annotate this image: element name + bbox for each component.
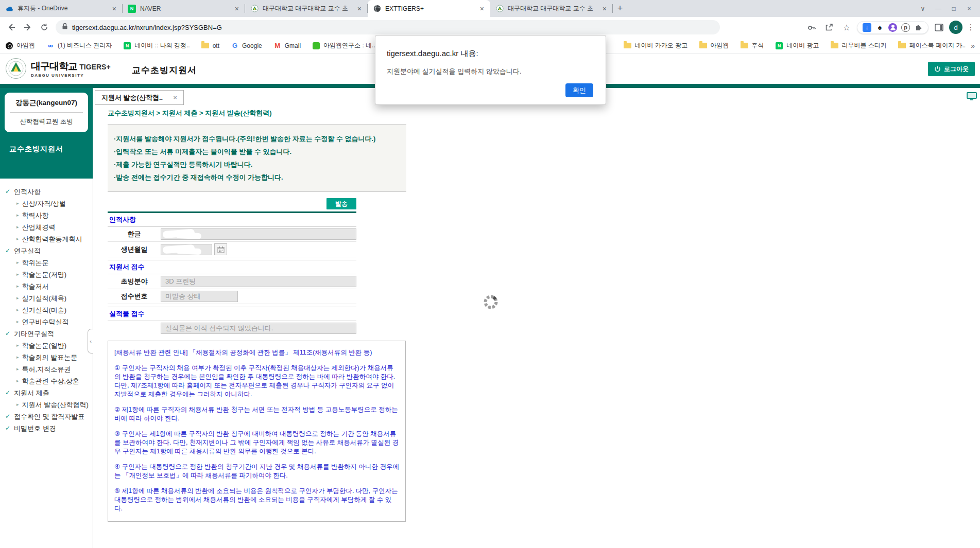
tab-separator xyxy=(612,4,613,13)
sidebar-item-label: 비밀번호 변경 xyxy=(14,422,56,434)
pinterest-extension-icon[interactable]: p xyxy=(901,23,910,32)
receipt-number-value[interactable]: 미발송 상태 xyxy=(161,291,238,302)
document-tab-close-icon[interactable]: × xyxy=(173,94,177,101)
notice-line: ·지원서를 발송해야 지원서가 접수됩니다.(주의!한번 발송한 자료는 수정할… xyxy=(114,132,400,145)
send-button[interactable]: 발송 xyxy=(326,198,356,209)
bookmark-naver-ad[interactable]: N 네이버 광고 xyxy=(775,41,819,50)
form-row-receipt-number: 접수번호 미발송 상태 xyxy=(108,289,356,304)
sidebar-item-awards[interactable]: ▸학술관련 수상,상훈 xyxy=(0,375,93,387)
bookmark-google[interactable]: G Google xyxy=(231,42,262,50)
back-icon[interactable] xyxy=(4,20,19,34)
tab-close-icon[interactable]: × xyxy=(234,5,240,12)
sidebar-item-industry-career[interactable]: ▸산업체경력 xyxy=(0,221,93,233)
bookmark-imweb-lab[interactable]: 아임웹연구소 : 네.. xyxy=(312,41,375,50)
sidebar-item-other-research[interactable]: ✓기타연구실적 xyxy=(0,328,93,340)
sidebar-item-patents[interactable]: ▸특허,지적소유권 xyxy=(0,363,93,375)
web-page: 대구대학교 TIGERS+ DAEGU UNIVERSITY 교수초빙지원서 로… xyxy=(0,54,980,548)
tab-daegu-2[interactable]: 대구대학교 대구대학교 교수 초 × xyxy=(490,0,613,17)
check-icon: ✓ xyxy=(5,328,10,340)
name-field[interactable] xyxy=(161,228,356,240)
bookmarks-overflow-icon[interactable]: » xyxy=(971,42,975,50)
results-empty-value[interactable]: 실적물은 아직 접수되지 않았습니다. xyxy=(161,323,356,334)
browser-tab-strip: 휴지통 - OneDrive × N NAVER × 대구대학교 대구대학교 교… xyxy=(0,0,980,17)
tab-exttigers-active[interactable]: EXTTIGERS+ × xyxy=(368,0,490,17)
sidebar-item-check-results[interactable]: ✓접수확인 및 합격자발표 xyxy=(0,411,93,422)
sidebar-item-profile[interactable]: ▸신상/자격/상벌 xyxy=(0,198,93,209)
logout-button[interactable]: 로그아웃 xyxy=(928,62,975,76)
tab-close-icon[interactable]: × xyxy=(111,5,117,12)
bookmark-label: 아임웹 xyxy=(16,41,35,50)
address-bar[interactable]: tigersext.daegu.ac.kr/nxrun/index.jsp?SY… xyxy=(56,20,720,34)
sidebar-item-cooperation-plan[interactable]: ▸산학협력활동계획서 xyxy=(0,233,93,245)
imweb-icon xyxy=(6,42,13,49)
sidebar-item-journal-renowned[interactable]: ▸학술논문(저명) xyxy=(0,269,93,280)
sidebar-item-research[interactable]: ✓연구실적 xyxy=(0,245,93,257)
triangle-icon: ▸ xyxy=(16,340,19,351)
profile-avatar[interactable]: d xyxy=(949,21,962,34)
sidebar-item-education[interactable]: ▸학력사항 xyxy=(0,209,93,221)
sidebar-collapse-handle[interactable]: ‹ xyxy=(88,329,93,353)
tab-close-icon[interactable]: × xyxy=(601,5,608,12)
window-minimize-icon[interactable]: — xyxy=(931,5,946,12)
side-panel-icon[interactable] xyxy=(932,20,946,34)
new-tab-button[interactable]: + xyxy=(613,0,627,17)
sidebar-item-send-application[interactable]: ▸지원서 발송(산학협력) xyxy=(0,399,93,411)
calendar-button[interactable] xyxy=(214,243,227,255)
share-icon[interactable] xyxy=(822,20,836,34)
sidebar-item-conference-papers[interactable]: ▸학술회의 발표논문 xyxy=(0,351,93,363)
sidebar-item-books[interactable]: ▸학술저서 xyxy=(0,280,93,292)
university-logo[interactable]: 대구대학교 TIGERS+ DAEGU UNIVERSITY xyxy=(5,58,111,79)
tab-daegu-1[interactable]: 대구대학교 대구대학교 교수 초 × xyxy=(245,0,368,17)
window-maximize-icon[interactable]: □ xyxy=(946,5,961,12)
sidebar-item-research-fund[interactable]: ▸연구비수탁실적 xyxy=(0,316,93,328)
alert-confirm-button[interactable]: 확인 xyxy=(565,83,593,97)
sidebar-item-label: 산업체경력 xyxy=(22,221,56,233)
reload-icon[interactable] xyxy=(37,20,51,34)
triangle-icon: ▸ xyxy=(16,399,19,411)
document-tab[interactable]: 지원서 발송(산학협.. × xyxy=(95,90,184,105)
tab-close-icon[interactable]: × xyxy=(356,5,363,12)
legal-paragraph: [채용서류 반환 관련 안내] 「채용절차의 공정화에 관한 법률」 제11조(… xyxy=(114,348,399,357)
form-row-birthdate: 생년월일 xyxy=(108,242,356,257)
sidebar-item-thesis[interactable]: ▸학위논문 xyxy=(0,257,93,269)
gmail-icon: M xyxy=(273,42,282,50)
password-key-icon[interactable] xyxy=(804,20,819,34)
globe-favicon xyxy=(373,5,381,13)
tab-onedrive[interactable]: 휴지통 - OneDrive × xyxy=(0,0,123,17)
triangle-icon: ▸ xyxy=(16,269,19,280)
bookmark-folder-imweb[interactable]: 아임웹 xyxy=(699,41,729,50)
triangle-icon: ▸ xyxy=(16,280,19,292)
browser-menu-icon[interactable]: ⋮ xyxy=(966,23,976,32)
window-close-icon[interactable]: × xyxy=(961,5,977,12)
bookmark-folder-ott[interactable]: ott xyxy=(201,42,219,50)
sidebar-item-personal[interactable]: ✓인적사항 xyxy=(0,186,93,198)
puzzle-extensions-icon[interactable] xyxy=(914,23,923,32)
birthdate-field[interactable] xyxy=(161,244,212,255)
invited-field-value[interactable]: 3D 프린팅 xyxy=(161,276,356,287)
bookmark-naver-my[interactable]: N 네이버 :: 나의 경정.. xyxy=(123,41,190,50)
notice-line: ·제출 가능한 연구실적만 등록하시기 바랍니다. xyxy=(114,158,400,171)
tab-close-icon[interactable]: × xyxy=(479,5,485,12)
bookmark-star-icon[interactable]: ☆ xyxy=(839,20,854,34)
profile-extension-icon[interactable] xyxy=(888,23,897,32)
sidebar-item-practical-sports[interactable]: ▸실기실적(체육) xyxy=(0,292,93,304)
dark-extension-icon[interactable]: ♠ xyxy=(875,23,884,32)
user-role: 산학협력교원 초빙 xyxy=(8,117,85,126)
sidebar-item-submit[interactable]: ✓지원서 제출 xyxy=(0,387,93,399)
download-extension-icon[interactable]: ↓ xyxy=(863,23,871,32)
bookmark-folder-stickers[interactable]: 리무버블 스티커 xyxy=(831,41,887,50)
bookmark-folder-facebook-page[interactable]: 페이스북 페이지 가.. xyxy=(898,41,966,50)
sidebar-item-journal-general[interactable]: ▸학술논문(일반) xyxy=(0,340,93,351)
bookmark-imweb[interactable]: 아임웹 xyxy=(5,41,35,50)
tab-naver[interactable]: N NAVER × xyxy=(123,0,245,17)
triangle-icon: ▸ xyxy=(16,209,19,221)
bookmark-business-manager[interactable]: ∞ (1) 비즈니스 관리자 xyxy=(46,41,112,50)
forward-icon[interactable] xyxy=(21,20,35,34)
sidebar-item-practical-art[interactable]: ▸실기실적(미술) xyxy=(0,304,93,316)
bookmark-folder-naver-kakao-ad[interactable]: 네이버 카카오 광고 xyxy=(624,41,688,50)
window-menu-icon[interactable]: ∨ xyxy=(915,5,931,12)
sidebar-item-change-password[interactable]: ✓비밀번호 변경 xyxy=(0,422,93,434)
bookmark-folder-stocks[interactable]: 주식 xyxy=(740,41,764,50)
fullscreen-monitor-icon[interactable] xyxy=(967,92,977,102)
bookmark-gmail[interactable]: M Gmail xyxy=(273,42,301,50)
